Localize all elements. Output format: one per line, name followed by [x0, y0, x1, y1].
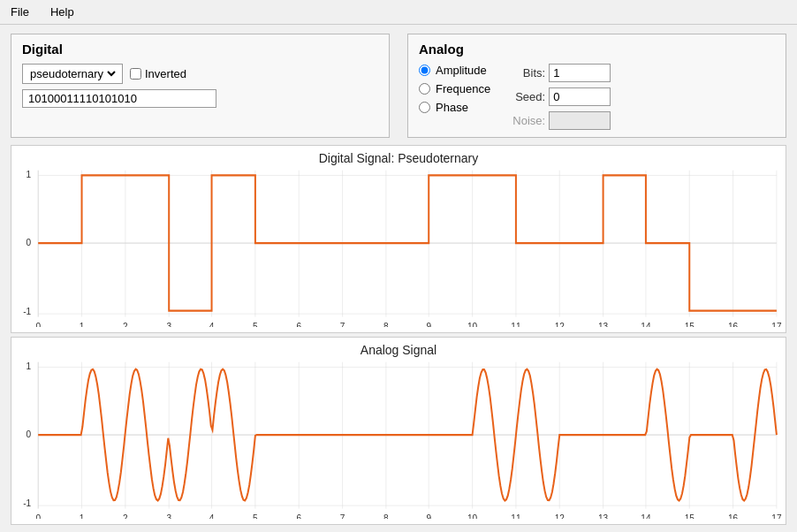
- encoding-select[interactable]: pseudoternary NRZ Manchester AMI: [27, 66, 118, 81]
- svg-text:-1: -1: [23, 498, 31, 509]
- menu-file[interactable]: File: [7, 4, 33, 20]
- svg-text:10: 10: [467, 321, 477, 327]
- encoding-dropdown[interactable]: pseudoternary NRZ Manchester AMI: [22, 64, 123, 84]
- svg-text:2: 2: [123, 321, 128, 327]
- svg-text:6: 6: [296, 513, 301, 519]
- inverted-checkbox-label[interactable]: Inverted: [130, 67, 186, 80]
- svg-text:1: 1: [80, 321, 85, 327]
- svg-text:4: 4: [209, 513, 215, 519]
- fields-group: Bits: Seed: Noise:: [508, 64, 611, 130]
- svg-text:9: 9: [426, 513, 431, 519]
- analog-chart-container: Analog Signal 1 0 -1: [11, 337, 786, 525]
- analog-panel: Analog Amplitude Frequence Phase: [407, 34, 786, 138]
- svg-text:11: 11: [511, 513, 520, 519]
- svg-text:15: 15: [685, 513, 695, 519]
- radio-amplitude[interactable]: Amplitude: [419, 64, 490, 77]
- inverted-label: Inverted: [145, 67, 186, 80]
- menu-help[interactable]: Help: [47, 4, 78, 20]
- seed-input[interactable]: [549, 87, 611, 106]
- inverted-checkbox[interactable]: [130, 68, 141, 80]
- seed-label: Seed:: [508, 90, 545, 103]
- svg-text:2: 2: [123, 513, 128, 519]
- svg-text:0: 0: [27, 237, 32, 248]
- svg-text:13: 13: [598, 321, 608, 327]
- svg-text:7: 7: [340, 321, 345, 327]
- svg-text:4: 4: [209, 321, 215, 327]
- svg-text:12: 12: [555, 321, 565, 327]
- svg-text:15: 15: [685, 321, 695, 327]
- digital-chart: 1 0 -1: [11, 165, 786, 327]
- svg-text:17: 17: [771, 513, 781, 519]
- bits-input[interactable]: [549, 64, 611, 82]
- svg-text:1: 1: [80, 513, 85, 519]
- digital-chart-title: Digital Signal: Pseudoternary: [11, 146, 786, 165]
- svg-text:5: 5: [253, 321, 258, 327]
- analog-title: Analog: [419, 42, 775, 57]
- svg-text:13: 13: [598, 513, 608, 519]
- svg-text:11: 11: [511, 321, 520, 327]
- digital-chart-container: Digital Signal: Pseudoternary 1 0 -: [11, 145, 786, 333]
- digital-panel: Digital pseudoternary NRZ Manchester AMI…: [11, 34, 390, 138]
- radio-group: Amplitude Frequence Phase: [419, 64, 490, 130]
- svg-text:8: 8: [383, 321, 389, 327]
- bits-label: Bits:: [508, 66, 545, 80]
- svg-text:7: 7: [340, 513, 345, 519]
- svg-text:3: 3: [166, 513, 171, 519]
- noise-input[interactable]: [549, 111, 611, 130]
- svg-text:0: 0: [27, 429, 32, 440]
- bit-sequence-input[interactable]: [22, 89, 216, 108]
- noise-label: Noise:: [508, 114, 545, 127]
- svg-text:14: 14: [641, 321, 650, 327]
- svg-text:16: 16: [728, 321, 738, 327]
- svg-text:16: 16: [728, 513, 738, 519]
- svg-text:10: 10: [467, 513, 477, 519]
- digital-title: Digital: [22, 42, 378, 57]
- svg-text:9: 9: [426, 321, 431, 327]
- svg-text:0: 0: [35, 321, 41, 327]
- svg-text:0: 0: [35, 513, 41, 519]
- svg-text:8: 8: [383, 513, 389, 519]
- svg-text:6: 6: [296, 321, 301, 327]
- svg-text:14: 14: [641, 513, 650, 519]
- svg-text:-1: -1: [23, 306, 31, 317]
- svg-text:5: 5: [253, 513, 258, 519]
- svg-text:3: 3: [166, 321, 171, 327]
- radio-frequence[interactable]: Frequence: [419, 82, 490, 95]
- svg-text:1: 1: [27, 168, 32, 179]
- menubar: File Help: [0, 0, 797, 25]
- analog-chart: 1 0 -1: [11, 357, 786, 519]
- svg-text:17: 17: [771, 321, 781, 327]
- radio-phase[interactable]: Phase: [419, 101, 490, 114]
- svg-text:12: 12: [555, 513, 565, 519]
- svg-text:1: 1: [27, 360, 32, 371]
- analog-chart-title: Analog Signal: [11, 338, 786, 357]
